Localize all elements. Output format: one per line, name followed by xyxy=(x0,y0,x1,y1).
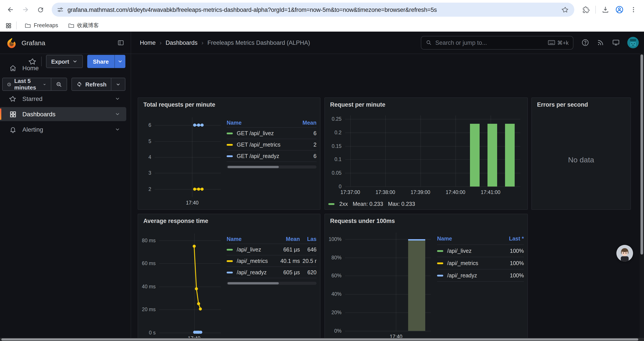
screen: grafana.mathmast.com/d/deytv4rwavabkb/fr… xyxy=(0,0,644,341)
series-color-dash xyxy=(227,271,233,273)
floating-assistant-avatar[interactable] xyxy=(616,245,633,261)
user-avatar[interactable] xyxy=(627,37,639,48)
horizontal-scrollbar-thumb[interactable] xyxy=(1,338,638,340)
panel-request-per-minute: Request per minute 0.250.20.150.10.05017… xyxy=(324,97,528,210)
zoom-out-button[interactable] xyxy=(51,78,66,90)
legend-header[interactable]: NameLast * xyxy=(437,233,524,245)
browser-menu-icon[interactable] xyxy=(627,4,640,16)
share-button[interactable]: Share xyxy=(87,55,114,68)
legend-row[interactable]: GET /api/_metrics2 xyxy=(227,139,316,151)
average-response-time-plot[interactable]: 80 ms60 ms40 ms20 ms0 s17:40 xyxy=(159,233,221,333)
search-input[interactable]: Search or jump to... ⌘+k xyxy=(421,36,574,49)
news-rss-icon[interactable] xyxy=(597,39,604,47)
requests-under-100ms-plot[interactable]: 100%80%60%40%20%0%17:40 xyxy=(345,233,431,331)
extensions-icon[interactable] xyxy=(580,4,592,16)
data-point xyxy=(197,188,200,191)
sidebar-item-starred[interactable]: Starred xyxy=(0,92,126,106)
search-placeholder: Search or jump to... xyxy=(435,39,487,46)
refresh-button[interactable]: Refresh xyxy=(72,78,111,90)
legend-row[interactable]: /api/_metrics100% xyxy=(437,257,524,269)
panel-title[interactable]: Average response time xyxy=(138,214,320,224)
folder-icon xyxy=(68,22,74,29)
y-axis-tick: 60 ms xyxy=(142,261,156,266)
sidebar-item-dashboards[interactable]: Dashboards xyxy=(0,107,126,121)
legend-row[interactable]: GET /api/_readyz6 xyxy=(227,151,316,162)
breadcrumb-current: Freeleaps Metrics Dashboard (ALPHA) xyxy=(207,39,310,46)
dock-menu-icon[interactable] xyxy=(117,39,124,46)
legend-scrollbar[interactable] xyxy=(227,282,316,285)
panel-title[interactable]: Total requests per minute xyxy=(138,98,320,108)
data-point xyxy=(199,307,202,310)
legend-scrollbar-thumb[interactable] xyxy=(228,282,279,284)
legend-row[interactable]: /api/_metrics40.1 ms20.5 r xyxy=(227,255,316,267)
browser-profile-icon[interactable] xyxy=(613,4,626,16)
series-label: 2xx xyxy=(339,201,348,207)
chevron-down-icon[interactable] xyxy=(115,112,120,117)
brand-name: Grafana xyxy=(22,39,45,46)
favorite-star-icon[interactable] xyxy=(28,57,36,66)
gridline xyxy=(345,119,520,119)
horizontal-scrollbar[interactable] xyxy=(0,338,644,341)
bookmark-folder-blogs[interactable]: 收藏博客 xyxy=(64,21,102,31)
apps-grid-icon[interactable] xyxy=(5,22,12,29)
sidebar-item-label: Starred xyxy=(22,95,42,102)
vertical-scrollbar[interactable] xyxy=(640,54,644,341)
legend-row[interactable]: /api/_readyz605 µs620 xyxy=(227,267,316,278)
legend-row[interactable]: /api/_livez661 µs646 xyxy=(227,244,316,255)
data-point xyxy=(195,287,198,290)
toolbar-divider xyxy=(595,6,596,14)
chevron-down-icon[interactable] xyxy=(115,127,120,132)
request-per-minute-legend[interactable]: 2xxMean: 0.233Max: 0.233 xyxy=(328,201,415,207)
breadcrumb-dashboards[interactable]: Dashboards xyxy=(166,39,198,46)
panel-title[interactable]: Errors per second xyxy=(532,98,630,108)
legend-header[interactable]: NameMeanLas xyxy=(227,234,316,244)
shortcut-keys: ⌘+k xyxy=(557,39,568,46)
url-text[interactable]: grafana.mathmast.com/d/deytv4rwavabkb/fr… xyxy=(68,6,559,13)
series-color-dash xyxy=(437,262,443,264)
grafana-logo[interactable] xyxy=(6,37,17,48)
reload-icon[interactable] xyxy=(34,4,46,16)
breadcrumb: Home › Dashboards › Freeleaps Metrics Da… xyxy=(140,39,310,46)
chevron-down-icon[interactable] xyxy=(115,96,120,101)
bookmark-star-icon[interactable] xyxy=(559,6,572,14)
series-stat: Max: 0.233 xyxy=(388,201,415,207)
export-button[interactable]: Export xyxy=(46,55,83,68)
gridline xyxy=(385,115,386,187)
time-range-picker[interactable]: Last 5 minutes xyxy=(2,78,51,90)
legend-scrollbar[interactable] xyxy=(227,165,316,169)
share-dropdown-chevron-icon[interactable] xyxy=(114,55,126,68)
panel-title[interactable]: Request per minute xyxy=(325,98,528,108)
forward-icon[interactable] xyxy=(19,4,32,16)
y-axis-tick: 0.25 xyxy=(332,116,342,122)
legend-row[interactable]: /api/_livez100% xyxy=(437,245,524,257)
folder-icon xyxy=(24,22,31,29)
series-color-dash xyxy=(437,274,443,276)
star-icon xyxy=(9,95,17,103)
bookmark-folder-freeleaps[interactable]: Freeleaps xyxy=(21,21,62,30)
site-settings-icon[interactable] xyxy=(57,6,64,13)
series-color-dash xyxy=(227,155,233,157)
refresh-interval-chevron-icon[interactable] xyxy=(111,78,125,90)
legend-scrollbar-thumb[interactable] xyxy=(228,166,279,168)
legend-row[interactable]: /api/_readyz100% xyxy=(437,269,524,282)
download-icon[interactable] xyxy=(599,4,612,16)
series-color-dash xyxy=(227,249,233,250)
y-axis-tick: 80% xyxy=(332,255,342,260)
legend-row[interactable]: GET /api/_livez6 xyxy=(227,128,316,139)
request-per-minute-plot[interactable]: 0.250.20.150.10.05017:37:0017:38:0017:39… xyxy=(345,115,520,187)
help-icon[interactable] xyxy=(581,39,589,47)
vertical-scrollbar-thumb[interactable] xyxy=(640,55,643,254)
legend-header[interactable]: NameMean xyxy=(227,118,316,128)
address-bar[interactable]: grafana.mathmast.com/d/deytv4rwavabkb/fr… xyxy=(52,3,574,17)
breadcrumb-home[interactable]: Home xyxy=(140,39,156,46)
x-axis-tick: 17:41:00 xyxy=(481,190,500,195)
x-axis-tick: 17:37:00 xyxy=(340,190,360,195)
monitor-icon[interactable] xyxy=(612,39,620,47)
back-icon[interactable] xyxy=(4,4,17,16)
x-axis-tick: 17:39:00 xyxy=(410,190,430,195)
total-requests-plot[interactable]: 6543217:40 xyxy=(155,117,221,197)
panel-title[interactable]: Requests under 100ms xyxy=(325,214,528,224)
breadcrumb-separator: › xyxy=(202,39,204,46)
sidebar-item-alerting[interactable]: Alerting xyxy=(0,122,126,137)
sidebar-nav: HomeBookmarksStarredDashboardsAlerting xyxy=(0,54,131,341)
